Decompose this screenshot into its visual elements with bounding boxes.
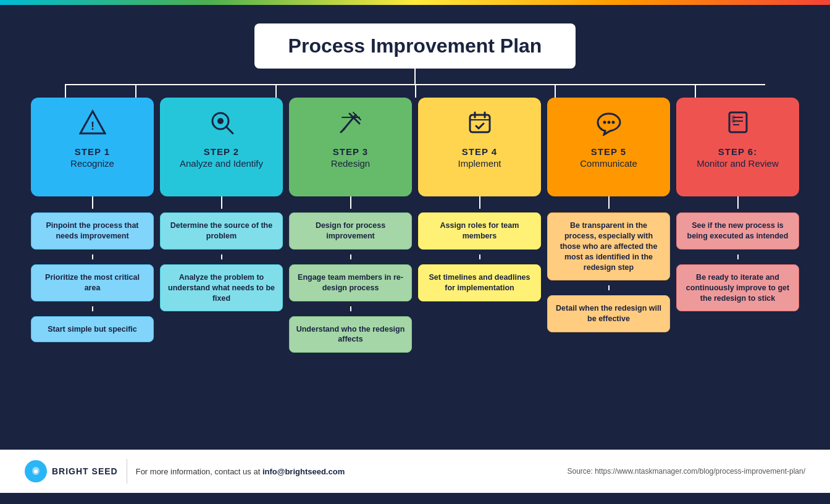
step-items-6: See if the new process is being executed… [676, 212, 799, 311]
step-item-2-2: Analyze the problem to understand what n… [160, 264, 283, 312]
step-icon-2 [208, 109, 235, 141]
step-column-5: STEP 5CommunicateBe transparent in the p… [547, 98, 670, 332]
footer-contact: For more information, contact us at info… [136, 467, 345, 476]
svg-rect-10 [470, 115, 490, 132]
footer-divider [127, 459, 127, 484]
svg-point-16 [611, 121, 614, 124]
step-items-1: Pinpoint the process that needs improvem… [31, 212, 154, 342]
step-column-6: STEP 6:Monitor and ReviewSee if the new … [676, 98, 799, 311]
step-connector-4 [479, 196, 480, 209]
item-connector-1-2 [92, 306, 93, 311]
step-icon-4 [466, 109, 493, 141]
step-name-3: Redesign [331, 158, 370, 169]
svg-point-15 [607, 121, 610, 124]
step-icon-3 [337, 109, 364, 141]
main-content: Process Improvement Plan !STEP 1Recogniz… [0, 5, 830, 450]
step-num-2: STEP 2 [204, 146, 239, 157]
footer-left: BRIGHT SEED For more information, contac… [25, 459, 345, 484]
page-title: Process Improvement Plan [279, 35, 551, 57]
step-items-4: Assign roles for team membersSet timelin… [418, 212, 541, 301]
logo-icon [25, 460, 47, 482]
leaf-icon [29, 464, 43, 478]
step-item-5-2: Detail when the redesign will be effecti… [547, 295, 670, 332]
item-connector-2-1 [221, 254, 222, 259]
step-down-connectors [25, 85, 805, 98]
step-name-4: Implement [458, 158, 501, 169]
step-column-2: STEP 2Analyze and IdentifyDetermine the … [160, 98, 283, 311]
step-connector-2 [221, 196, 222, 209]
step-item-1-3: Start simple but specific [31, 316, 154, 343]
step-header-6: STEP 6:Monitor and Review [676, 98, 799, 196]
step-items-5: Be transparent in the process, especiall… [547, 212, 670, 332]
svg-point-3 [217, 118, 224, 124]
step-name-2: Analyze and Identify [180, 158, 263, 169]
title-box: Process Improvement Plan [254, 23, 576, 69]
svg-line-6 [341, 128, 345, 132]
step-column-3: STEP 3RedesignDesign for process improve… [289, 98, 412, 353]
brand-name: BRIGHT SEED [52, 466, 118, 476]
item-connector-3-2 [350, 306, 351, 311]
item-connector-1-1 [92, 254, 93, 259]
step-name-1: Recognize [70, 158, 114, 169]
item-connector-3-1 [350, 254, 351, 259]
step-connector-5 [608, 196, 610, 209]
step-connector-1 [92, 196, 93, 209]
step-items-3: Design for process improvementEngage tea… [289, 212, 412, 353]
item-connector-6-1 [737, 254, 739, 259]
step-name-5: Communicate [580, 158, 637, 169]
step-items-2: Determine the source of the problemAnaly… [160, 212, 283, 311]
step-item-4-1: Assign roles for team members [418, 212, 541, 250]
svg-rect-22 [732, 119, 735, 123]
step-item-3-1: Design for process improvement [289, 212, 412, 250]
svg-text:!: ! [91, 120, 94, 132]
item-connector-4-1 [479, 254, 480, 259]
step-column-4: STEP 4ImplementAssign roles for team mem… [418, 98, 541, 301]
step-num-6: STEP 6: [718, 146, 757, 157]
svg-rect-21 [732, 116, 735, 119]
step-icon-6 [724, 109, 752, 141]
step-item-3-2: Engage team members in re-design process [289, 264, 412, 301]
diagram-wrapper: Process Improvement Plan !STEP 1Recogniz… [25, 17, 805, 353]
svg-line-4 [226, 127, 233, 133]
step-item-6-1: See if the new process is being executed… [676, 212, 799, 250]
step-num-4: STEP 4 [462, 146, 497, 157]
title-vert-connector [414, 69, 416, 84]
step-icon-1: ! [79, 109, 106, 141]
step-header-3: STEP 3Redesign [289, 98, 412, 196]
step-num-1: STEP 1 [75, 146, 110, 157]
top-bar [0, 0, 830, 5]
step-column-1: !STEP 1RecognizePinpoint the process tha… [31, 98, 154, 342]
step-header-2: STEP 2Analyze and Identify [160, 98, 283, 196]
step-item-3-3: Understand who the redesign affects [289, 316, 412, 353]
step-connector-6 [737, 196, 739, 209]
step-icon-5 [595, 109, 622, 141]
step-name-6: Monitor and Review [697, 158, 779, 169]
step-header-4: STEP 4Implement [418, 98, 541, 196]
step-item-4-2: Set timelines and deadlines for implemen… [418, 264, 541, 301]
step-num-5: STEP 5 [591, 146, 626, 157]
item-connector-5-1 [608, 285, 610, 290]
footer-source: Source: https://www.ntaskmanager.com/blo… [567, 467, 805, 476]
svg-point-24 [34, 469, 38, 473]
step-item-2-1: Determine the source of the problem [160, 212, 283, 250]
step-item-6-2: Be ready to iterate and continuously imp… [676, 264, 799, 312]
step-connector-3 [350, 196, 351, 209]
footer-logo: BRIGHT SEED [25, 460, 118, 482]
footer: BRIGHT SEED For more information, contac… [0, 450, 830, 493]
step-header-1: !STEP 1Recognize [31, 98, 154, 196]
step-num-3: STEP 3 [333, 146, 368, 157]
step-item-1-1: Pinpoint the process that needs improvem… [31, 212, 154, 250]
step-header-5: STEP 5Communicate [547, 98, 670, 196]
step-item-5-1: Be transparent in the process, especiall… [547, 212, 670, 280]
horiz-connector [65, 84, 765, 85]
steps-section: !STEP 1RecognizePinpoint the process tha… [25, 98, 805, 353]
svg-point-14 [603, 121, 606, 124]
step-item-1-2: Prioritize the most critical area [31, 264, 154, 301]
